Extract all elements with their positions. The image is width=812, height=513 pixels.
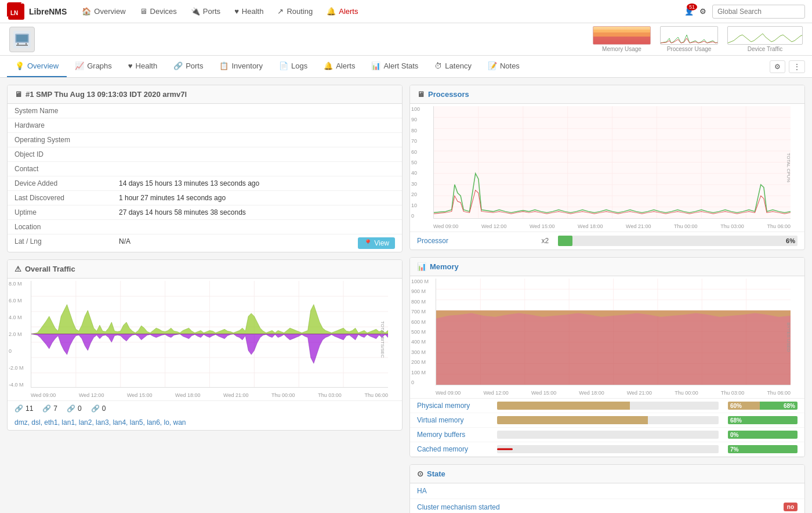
tab-notes-label: Notes [500,62,520,70]
tab-logs-label: Logs [291,62,307,70]
nav-alerts-label: Alerts [339,7,358,16]
tab-notes[interactable]: 📝 Notes [480,56,528,77]
bulb-icon: 💡 [15,62,24,70]
tab-graphs[interactable]: 📈 Graphs [67,56,120,77]
nav-health[interactable]: ♥ Health [229,3,269,19]
tab-ports[interactable]: 🔗 Ports [165,56,211,77]
tab-alert-stats[interactable]: 📊 Alert Stats [363,56,426,77]
link-count-broken: 🔗 0 [67,404,82,413]
tab-inventory-label: Inventory [231,62,262,70]
settings-tab-btn[interactable]: ⚙ [770,60,785,73]
tabs-right: ⚙ ⋮ [770,60,805,73]
chart-bar-icon: 📊 [371,62,380,70]
nav-devices[interactable]: 🖥 Devices [134,3,183,19]
mini-chart-memory[interactable]: Memory Usage [593,26,651,52]
traffic-header: ⚠ Overall Traffic [8,260,402,279]
nav-routing-label: Routing [287,7,313,16]
traffic-chart: 8.0 M 6.0 M 4.0 M 2.0 M 0 -2.0 M -4.0 M [8,279,402,400]
svg-rect-4 [16,35,28,42]
tab-logs[interactable]: 📄 Logs [271,56,316,77]
svg-text:LN: LN [10,10,18,16]
processor-count: x2 [541,237,549,245]
user-badge-wrap[interactable]: 👤 51 [684,7,694,16]
device-icon [9,27,35,52]
nav-alerts[interactable]: 🔔 Alerts [321,3,364,19]
processor-label[interactable]: Processor [417,237,536,245]
settings-icon[interactable]: ⚙ [699,7,706,16]
nav-ports[interactable]: 🔌 Ports [185,3,226,19]
processor-usage-bar: 6% [558,236,798,246]
processors-title: Processors [428,90,469,99]
virtual-memory-label[interactable]: Virtual memory [417,416,492,424]
cluster-label[interactable]: Cluster mechanism started [417,503,779,511]
server-info-icon: 🖥 [14,90,22,99]
left-column: 🖥 #1 SMP Thu Aug 13 09:13:03 IDT 2020 ar… [7,85,403,513]
traffic-icon: ⚠ [14,265,21,273]
table-row: Lat / Lng N/A 📍 View [8,234,402,252]
processor-pct-label: 6% [786,237,795,244]
label-last-discovered: Last Discovered [8,191,112,205]
tab-graphs-label: Graphs [87,62,112,70]
cpu-icon: 🖥 [417,90,425,99]
heart-tab-icon: ♥ [128,62,133,70]
plug-icon: 🔌 [191,7,200,16]
route-icon: ↗ [277,7,284,16]
label-device-added: Device Added [8,176,112,191]
label-os: Operating System [8,133,112,147]
val-location [112,220,402,234]
bell-tab-icon: 🔔 [324,62,333,70]
traffic-footer: 🔗 11 🔗 7 🔗 0 🔗 0 [8,400,402,416]
tab-overview-label: Overview [27,62,59,70]
global-search-input[interactable] [712,5,805,19]
physical-memory-label[interactable]: Physical memory [417,402,492,410]
device-info-header: 🖥 #1 SMP Thu Aug 13 09:13:03 IDT 2020 ar… [8,85,402,104]
val-object-id [112,147,402,162]
tab-latency[interactable]: ⏱ Latency [426,56,480,77]
cached-memory-label[interactable]: Cached memory [417,445,492,453]
table-row: Uptime 27 days 14 hours 58 minutes 38 se… [8,205,402,220]
processors-header: 🖥 Processors [410,85,804,104]
tab-latency-label: Latency [445,62,472,70]
brand-logo-wrap[interactable]: LN LibreNMS [7,2,67,21]
traffic-title: Overall Traffic [25,265,75,273]
view-map-button[interactable]: 📍 View [358,237,395,249]
more-tab-btn[interactable]: ⋮ [789,60,805,73]
link-broken-count: 0 [78,404,82,413]
tab-alert-stats-label: Alert Stats [383,62,418,70]
tab-health-label: Health [136,62,158,70]
link-0-icon: 🔗 [91,404,100,413]
link-broken-icon: 🔗 [67,404,75,413]
info-table: System Name Hardware Operating System Ob… [8,104,402,252]
link-list: dmz, dsl, eth1, lan1, lan2, lan3, lan4, … [8,416,402,430]
link-up-count: 11 [26,404,33,413]
label-system-name: System Name [8,104,112,118]
val-last-discovered: 1 hour 27 minutes 14 seconds ago [112,191,402,205]
memory-buffers-label[interactable]: Memory buffers [417,431,492,439]
link-names: dmz, dsl, eth1, lan1, lan2, lan3, lan4, … [14,418,186,427]
device-charts: Memory Usage Processor Usage Device Traf… [593,26,803,52]
label-hardware: Hardware [8,118,112,133]
overall-traffic-card: ⚠ Overall Traffic 8.0 M 6.0 M 4.0 M 2.0 … [7,259,403,431]
memory-usage-label: Memory Usage [593,46,651,52]
val-device-added: 14 days 15 hours 13 minutes 13 seconds a… [112,176,402,191]
tab-overview[interactable]: 💡 Overview [7,56,67,77]
device-info-card: 🖥 #1 SMP Thu Aug 13 09:13:03 IDT 2020 ar… [7,85,403,252]
state-icon: ⊙ [417,469,423,478]
device-traffic-label: Device Traffic [727,46,803,52]
nav-routing[interactable]: ↗ Routing [271,3,318,19]
val-lat-lng: N/A 📍 View [112,234,402,252]
tab-health[interactable]: ♥ Health [120,56,165,77]
nav-overview[interactable]: 🏠 Overview [76,3,131,19]
table-row: Operating System [8,133,402,147]
tab-alerts[interactable]: 🔔 Alerts [316,56,363,77]
device-header: Memory Usage Processor Usage Device Traf… [0,23,812,56]
mini-chart-processor[interactable]: Processor Usage [660,26,718,52]
mini-chart-traffic[interactable]: Device Traffic [727,26,803,52]
main-content: 🖥 #1 SMP Thu Aug 13 09:13:03 IDT 2020 ar… [0,78,812,513]
tab-inventory[interactable]: 📋 Inventory [211,56,270,77]
navbar: LN LibreNMS 🏠 Overview 🖥 Devices 🔌 Ports… [0,0,812,23]
svg-rect-9 [593,30,651,37]
ha-row: HA [410,483,804,499]
link-up-icon: 🔗 [14,404,23,413]
heart-icon: ♥ [234,7,239,16]
